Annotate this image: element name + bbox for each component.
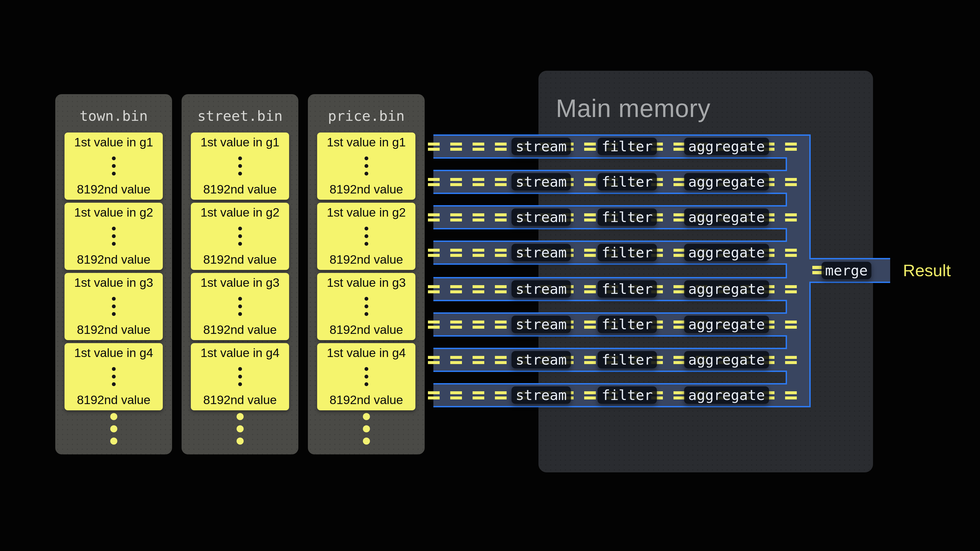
merge-chip: merge xyxy=(822,262,871,279)
aggregate-chip: aggregate xyxy=(684,316,769,333)
lane-gap-cap xyxy=(786,264,787,278)
merge-band: merge xyxy=(811,258,890,283)
stream-chip: stream xyxy=(512,138,571,155)
pipeline-lane: streamfilteraggregate xyxy=(433,170,786,194)
aggregate-chip: aggregate xyxy=(684,386,769,404)
merge-spine xyxy=(786,134,811,407)
stream-chip: stream xyxy=(512,173,571,191)
result-label: Result xyxy=(903,259,951,282)
stream-chip: stream xyxy=(512,244,571,261)
aggregate-chip: aggregate xyxy=(684,138,769,155)
pipeline-lane: streamfilteraggregate xyxy=(433,277,786,301)
lane-gap-cap xyxy=(786,193,787,206)
pipeline-lane: streamfilteraggregate xyxy=(433,134,786,159)
stage: Main memory town.bin1st value in g18192n… xyxy=(0,0,980,551)
lane-gap-cap xyxy=(786,228,787,242)
aggregate-chip: aggregate xyxy=(684,351,769,368)
filter-chip: filter xyxy=(598,316,657,333)
spine-border-upper xyxy=(809,134,811,259)
filter-chip: filter xyxy=(598,138,657,155)
filter-chip: filter xyxy=(598,386,657,404)
stream-chip: stream xyxy=(512,208,571,226)
filter-chip: filter xyxy=(598,244,657,261)
stream-chip: stream xyxy=(512,386,571,404)
lane-gap-cap xyxy=(786,335,787,349)
aggregate-chip: aggregate xyxy=(684,208,769,226)
lane-gap-cap xyxy=(786,300,787,314)
aggregate-chip: aggregate xyxy=(684,173,769,191)
spine-border-lower xyxy=(809,282,811,407)
filter-chip: filter xyxy=(598,351,657,368)
stream-chip: stream xyxy=(512,351,571,368)
filter-chip: filter xyxy=(598,173,657,191)
lane-gap-cap xyxy=(786,157,787,171)
pipeline-lane: streamfilteraggregate xyxy=(433,383,786,407)
filter-chip: filter xyxy=(598,280,657,298)
stream-chip: stream xyxy=(512,316,571,333)
pipeline-lane: streamfilteraggregate xyxy=(433,348,786,372)
pipeline-lane: streamfilteraggregate xyxy=(433,205,786,229)
pipeline-lane: streamfilteraggregate xyxy=(433,312,786,337)
pipeline-lane: streamfilteraggregate xyxy=(433,241,786,265)
stream-chip: stream xyxy=(512,280,571,298)
aggregate-chip: aggregate xyxy=(684,244,769,261)
filter-chip: filter xyxy=(598,208,657,226)
pipeline-diagram: streamfilteraggregatestreamfilteraggrega… xyxy=(0,0,980,551)
aggregate-chip: aggregate xyxy=(684,280,769,298)
lane-gap-cap xyxy=(786,371,787,384)
